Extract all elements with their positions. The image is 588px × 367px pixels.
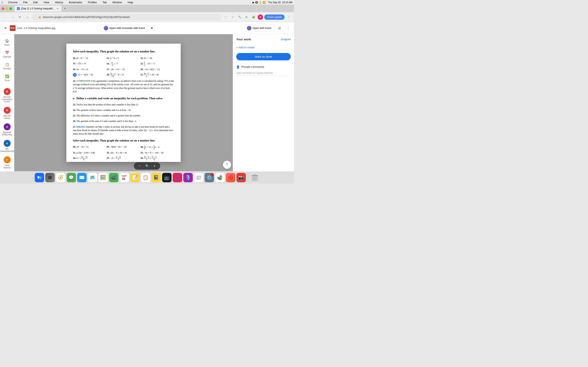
window-menu[interactable]: Window xyxy=(111,0,123,4)
history-menu[interactable]: History xyxy=(54,0,64,4)
dock-trash[interactable] xyxy=(250,173,259,182)
dock-photo-booth[interactable]: 📷 xyxy=(236,173,246,182)
maximize-button[interactable] xyxy=(9,7,12,10)
edit-menu[interactable]: Edit xyxy=(32,0,39,4)
home-icon: 🏠 xyxy=(5,38,9,43)
dock-news[interactable]: 📰 xyxy=(194,173,203,182)
entrepreneurship-label: 4th Entrepreneurship xyxy=(0,148,14,152)
annotate-with-kami-button[interactable]: Open with Annotate with Kami xyxy=(101,25,148,32)
viewer-close-button[interactable]: ✕ xyxy=(2,25,8,31)
reload-button[interactable]: ↻ xyxy=(17,14,23,20)
pdf-row-6: 31. 0.24y − 0.64 > 3.86 32. 10x − 6 ≤ 4x… xyxy=(73,151,174,155)
view-menu[interactable]: View xyxy=(42,0,51,4)
dock-stickies[interactable]: 📝 xyxy=(130,173,140,182)
sidebar-item-home[interactable]: 🏠 Home xyxy=(2,37,12,48)
pdf-row-5: 28. 18 − 3x < 12 29. −8(4x + 6) < −24 30… xyxy=(73,145,174,150)
viewer-header: ✕ PDF cont. 1-5 Solving Inequalities.jpg… xyxy=(0,22,294,34)
bookmark-icon[interactable]: ☆ xyxy=(230,14,236,20)
sidebar-item-algebraic[interactable]: A Algebraic Reasoning xyxy=(2,122,12,137)
bookmarks-menu[interactable]: Bookmarks xyxy=(68,0,84,4)
pdf-problem-10: 10. m − 8 > −12 xyxy=(73,56,107,60)
dock-facetime[interactable]: 📹 xyxy=(109,173,118,182)
dock-calendar[interactable]: SEP26 xyxy=(120,173,129,182)
new-tab-button[interactable]: + xyxy=(62,6,68,11)
profile-button[interactable]: E xyxy=(258,15,263,20)
pdf-row-7: 34. n > −3n − 158 35. −2r < 6 − 2r5 36. … xyxy=(73,156,174,161)
dock-safari[interactable]: 🧭 xyxy=(56,173,65,182)
dock-photos[interactable]: 🖼️ xyxy=(98,173,108,182)
dock-mail[interactable]: ✉️ xyxy=(77,173,86,182)
dock: ⊞ 🧭 💬 ✉️ 🗺️ 🖼️ 📹 SEP26 📝 📋 📓 📺 🎵 🎙️ 📰 xyxy=(0,171,294,184)
pdf-section3-title: Solve each inequality. Then graph the so… xyxy=(73,138,174,143)
sidebar-item-entrepreneurship[interactable]: A 4th Entrepreneurship xyxy=(2,138,12,154)
sidebar-item-enrolled[interactable]: 📋 Enrolled xyxy=(2,60,12,71)
pdf-problem-33: 33. −6v + 8 > −14v − 28 xyxy=(140,151,174,155)
annotate-dropdown-button[interactable]: ▾ xyxy=(149,25,155,31)
open-with-kami-button[interactable]: Open with Kami xyxy=(244,25,274,32)
pdf-problem-19: 19 12 < −4(3c − 6) xyxy=(73,73,107,77)
sidebar-item-counselors[interactable]: R RECHS Counselors' Corner xyxy=(2,86,12,104)
dock-maps[interactable]: 🗺️ xyxy=(88,173,97,182)
kami-extension-icon[interactable]: K xyxy=(244,14,250,20)
mark-done-button[interactable]: Mark as done xyxy=(236,53,291,60)
back-button[interactable]: ← xyxy=(2,14,8,20)
chrome-menu-button[interactable]: ⋮ xyxy=(286,14,292,20)
extension-icon[interactable]: 🔧 xyxy=(237,14,242,20)
dock-podcasts[interactable]: 🎙️ xyxy=(183,173,193,182)
pdf-section2-title: ▶ Define a variable and write an inequal… xyxy=(73,96,174,101)
home-button[interactable]: ⌂ xyxy=(25,14,30,20)
menu-bar-icons: ▶ 🔇 🔋 📶 xyxy=(252,1,266,4)
annotate-label: Open with Annotate with Kami xyxy=(109,26,145,30)
dock-notes[interactable]: 📓 xyxy=(151,173,161,182)
calendar-icon: 📅 xyxy=(5,50,9,55)
assigned-badge: Assigned xyxy=(281,38,291,41)
minimize-button[interactable] xyxy=(6,7,8,10)
file-menu[interactable]: File xyxy=(22,0,29,4)
forward-button[interactable]: → xyxy=(10,14,16,20)
pdf-problem-12: 12. 6r < −36 xyxy=(140,56,174,60)
tab-menu[interactable]: Tab xyxy=(101,0,108,4)
address-input-container[interactable]: 🔒 classroom.google.com/c/NzA3MDk4MzAyMTM… xyxy=(32,14,221,20)
zoom-out-button[interactable]: − xyxy=(137,164,142,168)
tab-close-button[interactable]: ✕ xyxy=(56,7,59,10)
help-button[interactable]: ? xyxy=(223,161,231,169)
add-create-button[interactable]: + Add or create xyxy=(236,44,291,50)
active-tab[interactable]: G (Day 2) 1-5 Solving Inequaliti... ✕ xyxy=(15,6,61,12)
window-controls xyxy=(2,7,12,10)
dock-launchpad[interactable]: ⊞ xyxy=(45,173,55,182)
pdf-problem-27: 27. HIKING Danielle can hike 3 miles in … xyxy=(73,125,174,136)
dock-chrome[interactable] xyxy=(215,173,225,182)
pdf-problem-18: 18. −16 ≥ 5(2z − 11) xyxy=(140,67,174,71)
dock-music[interactable]: 🎵 xyxy=(173,173,182,182)
zoom-controls: − 🔍 + xyxy=(134,162,160,170)
cast-icon[interactable]: ⬚ xyxy=(223,14,229,20)
zoom-in-button[interactable]: + xyxy=(152,164,157,168)
apple-menu[interactable]:  xyxy=(2,1,3,4)
sidebar-item-calendar[interactable]: 📅 Calendar xyxy=(2,49,12,59)
close-button[interactable] xyxy=(2,7,4,10)
private-comments-label: Private comments xyxy=(241,65,264,68)
dock-systemprefs[interactable]: ⚙️ 1 xyxy=(205,173,214,182)
sidebar-item-todo[interactable]: ✅ To-do xyxy=(2,72,12,83)
sidebar-item-library[interactable]: R RECHS Library xyxy=(2,105,12,121)
pdf-problem-20: 20. 3y − 40.2 − 8 > 12 xyxy=(107,72,140,77)
viewer-more-button[interactable]: ⋮ xyxy=(285,25,292,32)
chrome-menu[interactable]: Chrome xyxy=(7,0,18,4)
dock-appletv[interactable]: 📺 xyxy=(162,173,172,182)
profiles-menu[interactable]: Profiles xyxy=(87,0,98,4)
pdf-section1-title: Solve each inequality. Then graph the so… xyxy=(73,49,174,54)
help-menu[interactable]: Help xyxy=(126,0,134,4)
dock-messages[interactable]: 💬 xyxy=(67,173,76,182)
tab-bar: G (Day 2) 1-5 Solving Inequaliti... ✕ + xyxy=(0,5,294,12)
pdf-problem-36: 36. 9z − 45 ≤ 7z + 24 xyxy=(140,156,174,161)
extensions-icon[interactable]: 🧩 xyxy=(251,14,256,20)
add-create-label: Add or create xyxy=(239,46,255,49)
finish-update-button[interactable]: Finish update xyxy=(264,15,285,20)
add-comment-input[interactable]: Add comment to Sylvia Aleman xyxy=(236,70,291,76)
dock-raycast[interactable]: 🔴 xyxy=(226,173,235,182)
dock-reminders[interactable]: 📋 xyxy=(141,173,150,182)
dock-finder[interactable] xyxy=(35,173,44,182)
print-button[interactable]: 🖨 xyxy=(276,25,283,32)
sidebar-item-food-science[interactable]: F Food Science xyxy=(2,155,12,170)
your-work-title: Your work xyxy=(236,38,251,41)
